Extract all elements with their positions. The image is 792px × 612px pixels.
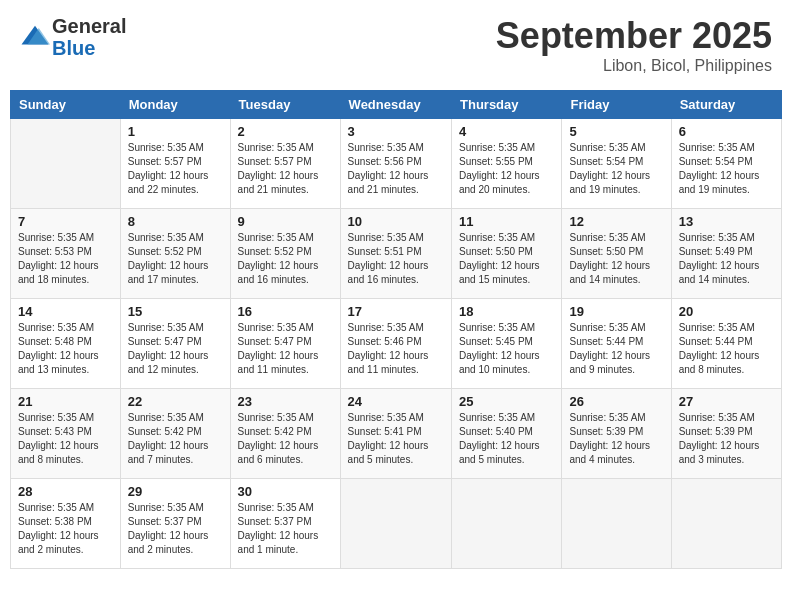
calendar-cell: 10Sunrise: 5:35 AM Sunset: 5:51 PM Dayli… — [340, 209, 451, 299]
calendar-cell: 15Sunrise: 5:35 AM Sunset: 5:47 PM Dayli… — [120, 299, 230, 389]
day-number: 28 — [18, 484, 113, 499]
calendar-cell: 26Sunrise: 5:35 AM Sunset: 5:39 PM Dayli… — [562, 389, 671, 479]
calendar-week-row: 21Sunrise: 5:35 AM Sunset: 5:43 PM Dayli… — [11, 389, 782, 479]
day-info: Sunrise: 5:35 AM Sunset: 5:52 PM Dayligh… — [238, 231, 333, 287]
calendar-cell: 5Sunrise: 5:35 AM Sunset: 5:54 PM Daylig… — [562, 119, 671, 209]
day-info: Sunrise: 5:35 AM Sunset: 5:47 PM Dayligh… — [128, 321, 223, 377]
calendar-cell: 27Sunrise: 5:35 AM Sunset: 5:39 PM Dayli… — [671, 389, 781, 479]
day-number: 27 — [679, 394, 774, 409]
month-title: September 2025 — [496, 15, 772, 57]
calendar-cell: 21Sunrise: 5:35 AM Sunset: 5:43 PM Dayli… — [11, 389, 121, 479]
day-number: 1 — [128, 124, 223, 139]
calendar-cell: 1Sunrise: 5:35 AM Sunset: 5:57 PM Daylig… — [120, 119, 230, 209]
logo: General Blue — [20, 15, 126, 59]
weekday-header-friday: Friday — [562, 91, 671, 119]
calendar-cell: 2Sunrise: 5:35 AM Sunset: 5:57 PM Daylig… — [230, 119, 340, 209]
calendar-cell: 13Sunrise: 5:35 AM Sunset: 5:49 PM Dayli… — [671, 209, 781, 299]
calendar-cell: 7Sunrise: 5:35 AM Sunset: 5:53 PM Daylig… — [11, 209, 121, 299]
calendar-cell: 17Sunrise: 5:35 AM Sunset: 5:46 PM Dayli… — [340, 299, 451, 389]
day-number: 15 — [128, 304, 223, 319]
calendar-cell: 14Sunrise: 5:35 AM Sunset: 5:48 PM Dayli… — [11, 299, 121, 389]
calendar-cell: 25Sunrise: 5:35 AM Sunset: 5:40 PM Dayli… — [452, 389, 562, 479]
day-info: Sunrise: 5:35 AM Sunset: 5:40 PM Dayligh… — [459, 411, 554, 467]
day-info: Sunrise: 5:35 AM Sunset: 5:49 PM Dayligh… — [679, 231, 774, 287]
day-info: Sunrise: 5:35 AM Sunset: 5:53 PM Dayligh… — [18, 231, 113, 287]
day-number: 9 — [238, 214, 333, 229]
calendar-cell: 16Sunrise: 5:35 AM Sunset: 5:47 PM Dayli… — [230, 299, 340, 389]
day-info: Sunrise: 5:35 AM Sunset: 5:39 PM Dayligh… — [569, 411, 663, 467]
day-number: 25 — [459, 394, 554, 409]
weekday-header-wednesday: Wednesday — [340, 91, 451, 119]
calendar-cell: 8Sunrise: 5:35 AM Sunset: 5:52 PM Daylig… — [120, 209, 230, 299]
day-number: 19 — [569, 304, 663, 319]
calendar-cell: 19Sunrise: 5:35 AM Sunset: 5:44 PM Dayli… — [562, 299, 671, 389]
title-section: September 2025 Libon, Bicol, Philippines — [496, 15, 772, 75]
day-number: 7 — [18, 214, 113, 229]
day-number: 11 — [459, 214, 554, 229]
logo-icon — [20, 22, 50, 52]
day-info: Sunrise: 5:35 AM Sunset: 5:42 PM Dayligh… — [238, 411, 333, 467]
day-info: Sunrise: 5:35 AM Sunset: 5:47 PM Dayligh… — [238, 321, 333, 377]
weekday-header-tuesday: Tuesday — [230, 91, 340, 119]
calendar-week-row: 28Sunrise: 5:35 AM Sunset: 5:38 PM Dayli… — [11, 479, 782, 569]
day-number: 24 — [348, 394, 444, 409]
day-number: 5 — [569, 124, 663, 139]
day-info: Sunrise: 5:35 AM Sunset: 5:46 PM Dayligh… — [348, 321, 444, 377]
day-info: Sunrise: 5:35 AM Sunset: 5:57 PM Dayligh… — [238, 141, 333, 197]
day-info: Sunrise: 5:35 AM Sunset: 5:44 PM Dayligh… — [569, 321, 663, 377]
day-number: 13 — [679, 214, 774, 229]
day-number: 10 — [348, 214, 444, 229]
day-info: Sunrise: 5:35 AM Sunset: 5:37 PM Dayligh… — [128, 501, 223, 557]
day-number: 26 — [569, 394, 663, 409]
calendar-cell: 4Sunrise: 5:35 AM Sunset: 5:55 PM Daylig… — [452, 119, 562, 209]
calendar-table: SundayMondayTuesdayWednesdayThursdayFrid… — [10, 90, 782, 569]
day-info: Sunrise: 5:35 AM Sunset: 5:38 PM Dayligh… — [18, 501, 113, 557]
day-number: 17 — [348, 304, 444, 319]
day-number: 4 — [459, 124, 554, 139]
day-info: Sunrise: 5:35 AM Sunset: 5:54 PM Dayligh… — [679, 141, 774, 197]
calendar-cell — [562, 479, 671, 569]
day-info: Sunrise: 5:35 AM Sunset: 5:41 PM Dayligh… — [348, 411, 444, 467]
day-number: 22 — [128, 394, 223, 409]
calendar-cell: 3Sunrise: 5:35 AM Sunset: 5:56 PM Daylig… — [340, 119, 451, 209]
calendar-cell: 24Sunrise: 5:35 AM Sunset: 5:41 PM Dayli… — [340, 389, 451, 479]
calendar-cell — [671, 479, 781, 569]
day-info: Sunrise: 5:35 AM Sunset: 5:55 PM Dayligh… — [459, 141, 554, 197]
calendar-cell: 9Sunrise: 5:35 AM Sunset: 5:52 PM Daylig… — [230, 209, 340, 299]
day-number: 29 — [128, 484, 223, 499]
day-info: Sunrise: 5:35 AM Sunset: 5:48 PM Dayligh… — [18, 321, 113, 377]
calendar-cell: 6Sunrise: 5:35 AM Sunset: 5:54 PM Daylig… — [671, 119, 781, 209]
day-number: 14 — [18, 304, 113, 319]
calendar-cell: 11Sunrise: 5:35 AM Sunset: 5:50 PM Dayli… — [452, 209, 562, 299]
day-info: Sunrise: 5:35 AM Sunset: 5:51 PM Dayligh… — [348, 231, 444, 287]
day-number: 12 — [569, 214, 663, 229]
day-info: Sunrise: 5:35 AM Sunset: 5:50 PM Dayligh… — [459, 231, 554, 287]
calendar-cell: 22Sunrise: 5:35 AM Sunset: 5:42 PM Dayli… — [120, 389, 230, 479]
day-number: 18 — [459, 304, 554, 319]
page-header: General Blue September 2025 Libon, Bicol… — [10, 10, 782, 80]
day-info: Sunrise: 5:35 AM Sunset: 5:56 PM Dayligh… — [348, 141, 444, 197]
weekday-header-monday: Monday — [120, 91, 230, 119]
calendar-cell: 28Sunrise: 5:35 AM Sunset: 5:38 PM Dayli… — [11, 479, 121, 569]
day-info: Sunrise: 5:35 AM Sunset: 5:42 PM Dayligh… — [128, 411, 223, 467]
day-info: Sunrise: 5:35 AM Sunset: 5:54 PM Dayligh… — [569, 141, 663, 197]
calendar-cell — [11, 119, 121, 209]
weekday-header-row: SundayMondayTuesdayWednesdayThursdayFrid… — [11, 91, 782, 119]
weekday-header-thursday: Thursday — [452, 91, 562, 119]
day-info: Sunrise: 5:35 AM Sunset: 5:43 PM Dayligh… — [18, 411, 113, 467]
location-subtitle: Libon, Bicol, Philippines — [496, 57, 772, 75]
day-number: 30 — [238, 484, 333, 499]
calendar-cell: 23Sunrise: 5:35 AM Sunset: 5:42 PM Dayli… — [230, 389, 340, 479]
weekday-header-sunday: Sunday — [11, 91, 121, 119]
calendar-cell: 30Sunrise: 5:35 AM Sunset: 5:37 PM Dayli… — [230, 479, 340, 569]
day-number: 20 — [679, 304, 774, 319]
calendar-cell: 18Sunrise: 5:35 AM Sunset: 5:45 PM Dayli… — [452, 299, 562, 389]
day-number: 3 — [348, 124, 444, 139]
day-number: 8 — [128, 214, 223, 229]
logo-blue-text: Blue — [52, 37, 126, 59]
day-info: Sunrise: 5:35 AM Sunset: 5:57 PM Dayligh… — [128, 141, 223, 197]
day-number: 21 — [18, 394, 113, 409]
calendar-week-row: 14Sunrise: 5:35 AM Sunset: 5:48 PM Dayli… — [11, 299, 782, 389]
day-info: Sunrise: 5:35 AM Sunset: 5:39 PM Dayligh… — [679, 411, 774, 467]
day-info: Sunrise: 5:35 AM Sunset: 5:44 PM Dayligh… — [679, 321, 774, 377]
